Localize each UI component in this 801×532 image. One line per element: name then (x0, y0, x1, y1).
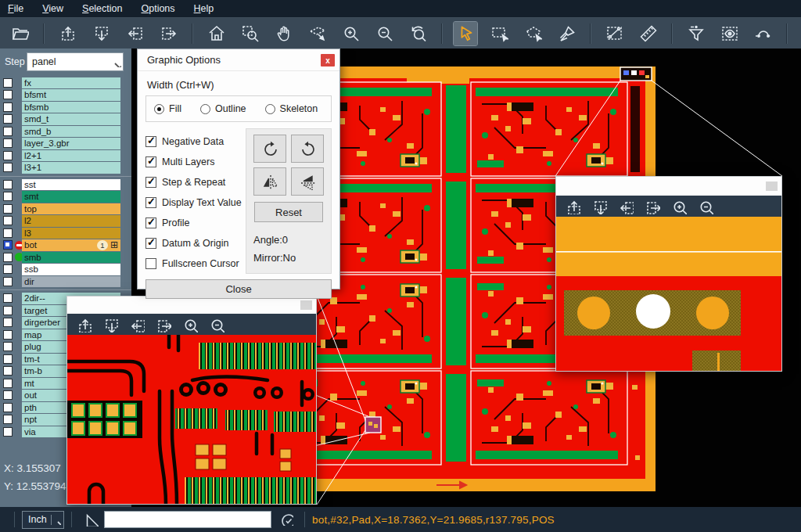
step-repeat-grid-icon[interactable]: ⊞ (110, 240, 118, 250)
layer-bar[interactable]: smd_t (22, 113, 120, 125)
menu-help[interactable]: Help (194, 3, 214, 14)
select-rect-button[interactable] (487, 22, 511, 45)
layer-bar[interactable]: sst (22, 179, 120, 191)
menu-file[interactable]: File (8, 3, 23, 14)
layer-checkbox[interactable] (3, 138, 13, 148)
layer-bar[interactable]: l2+1 (22, 150, 120, 162)
layer-checkbox[interactable] (3, 127, 13, 136)
zoom-selection-button[interactable] (305, 22, 329, 45)
zoom-out-button[interactable] (208, 316, 225, 333)
layer-checkbox[interactable] (3, 264, 13, 274)
layer-checkbox[interactable] (3, 90, 13, 99)
snap-jump-button[interactable] (751, 22, 774, 45)
layer-checkbox[interactable] (3, 354, 13, 364)
reset-button[interactable]: Reset (254, 202, 323, 222)
checkbox-row-negative-data[interactable]: Negative Data (145, 131, 246, 152)
shift-right-button[interactable] (156, 22, 180, 45)
layer-checkbox[interactable] (3, 306, 13, 315)
zoom-previous-button[interactable] (406, 22, 429, 45)
home-view-button[interactable] (204, 22, 228, 45)
checkbox-row-multi-layers[interactable]: Multi Layers (145, 152, 246, 172)
shift-down-button[interactable] (89, 22, 113, 45)
layer-checkbox[interactable] (3, 277, 13, 286)
layer-bar[interactable]: l3 (22, 228, 120, 239)
zoom-out-button[interactable] (697, 198, 714, 215)
layer-checkbox[interactable] (3, 192, 13, 201)
shift-right-button[interactable] (644, 198, 661, 215)
step-select[interactable]: panel (27, 52, 124, 71)
ruler-button[interactable] (636, 22, 659, 45)
menu-selection[interactable]: Selection (82, 3, 122, 14)
zoom-in-button[interactable] (670, 198, 688, 215)
shift-up-button[interactable] (564, 198, 581, 215)
dialog-close-button[interactable]: x (321, 54, 335, 66)
clean-brush-button[interactable] (555, 22, 578, 45)
zoom-window-view[interactable] (556, 217, 781, 371)
popup-close-button[interactable] (300, 300, 312, 310)
layer-checkbox[interactable] (3, 114, 13, 124)
zoom-area-button[interactable] (238, 22, 261, 45)
refresh-button[interactable] (279, 512, 295, 527)
pan-hand-button[interactable] (271, 22, 295, 45)
checkbox[interactable] (145, 156, 156, 167)
layer-checkbox[interactable] (3, 240, 13, 250)
layer-checkbox[interactable] (3, 228, 13, 238)
mirror-v-button[interactable] (291, 167, 324, 196)
rotate-ccw-button[interactable] (291, 135, 324, 163)
measure-distance-button[interactable] (602, 22, 626, 45)
rotate-cw-button[interactable] (253, 135, 286, 163)
zoom-out-button[interactable] (372, 22, 396, 45)
layer-bar[interactable]: bfsmb (22, 102, 120, 113)
angle-mode-button[interactable] (84, 512, 99, 527)
layer-checkbox[interactable] (3, 253, 13, 262)
layer-bar[interactable]: bfsmt (22, 89, 120, 101)
layer-checkbox[interactable] (3, 78, 13, 88)
layer-checkbox[interactable] (3, 330, 13, 340)
select-cursor-button[interactable] (454, 22, 477, 45)
zoom-window-titlebar[interactable] (556, 177, 781, 196)
mirror-h-button[interactable] (253, 167, 286, 196)
shift-down-button[interactable] (102, 316, 119, 333)
layer-checkbox[interactable] (3, 403, 13, 412)
layer-checkbox[interactable] (3, 216, 13, 225)
checkbox[interactable] (145, 177, 156, 188)
shift-up-button[interactable] (75, 316, 92, 333)
zoom-window-view[interactable] (67, 335, 316, 504)
layer-checkbox[interactable] (3, 204, 13, 214)
menu-view[interactable]: View (42, 3, 63, 14)
layer-checkbox[interactable] (3, 102, 13, 112)
checkbox-row-datum-origin[interactable]: Datum & Origin (145, 233, 246, 253)
checkbox-row-display-text-value[interactable]: Display Text Value (145, 192, 246, 213)
layer-checkbox[interactable] (3, 151, 13, 160)
checkbox-row-fullscreen-cursor[interactable]: Fullscreen Cursor (145, 253, 246, 274)
layer-checkbox[interactable] (3, 366, 13, 376)
zoom-window-titlebar[interactable] (67, 297, 316, 314)
layer-bar[interactable]: l2 (22, 215, 120, 227)
checkbox-row-profile[interactable]: Profile (145, 213, 246, 233)
layer-checkbox[interactable] (3, 293, 13, 303)
checkbox[interactable] (145, 136, 156, 147)
checkbox[interactable] (145, 258, 156, 269)
shift-left-button[interactable] (128, 316, 145, 333)
layer-checkbox[interactable] (3, 342, 13, 351)
checkbox[interactable] (145, 217, 156, 228)
menu-options[interactable]: Options (141, 3, 174, 14)
view-options-button[interactable] (717, 22, 741, 45)
layer-bar[interactable]: fx (22, 77, 120, 89)
layer-bar[interactable]: l3+1 (22, 162, 120, 174)
checkbox[interactable] (145, 238, 156, 249)
open-button[interactable] (8, 22, 31, 45)
layer-bar[interactable]: bot1⊞ (22, 239, 120, 251)
layer-bar[interactable]: layer_3.gbr (22, 138, 120, 149)
radio-skeleton[interactable]: Skeleton (265, 103, 318, 114)
layer-checkbox[interactable] (3, 163, 13, 172)
layer-checkbox[interactable] (3, 427, 13, 437)
layer-bar[interactable]: top (22, 203, 120, 215)
shift-left-button[interactable] (617, 198, 634, 215)
command-input[interactable] (104, 511, 271, 528)
unit-select[interactable]: Inch (22, 511, 64, 529)
shift-down-button[interactable] (591, 198, 608, 215)
popup-close-button[interactable] (766, 182, 778, 191)
shift-left-button[interactable] (123, 22, 146, 45)
shift-up-button[interactable] (56, 22, 79, 45)
